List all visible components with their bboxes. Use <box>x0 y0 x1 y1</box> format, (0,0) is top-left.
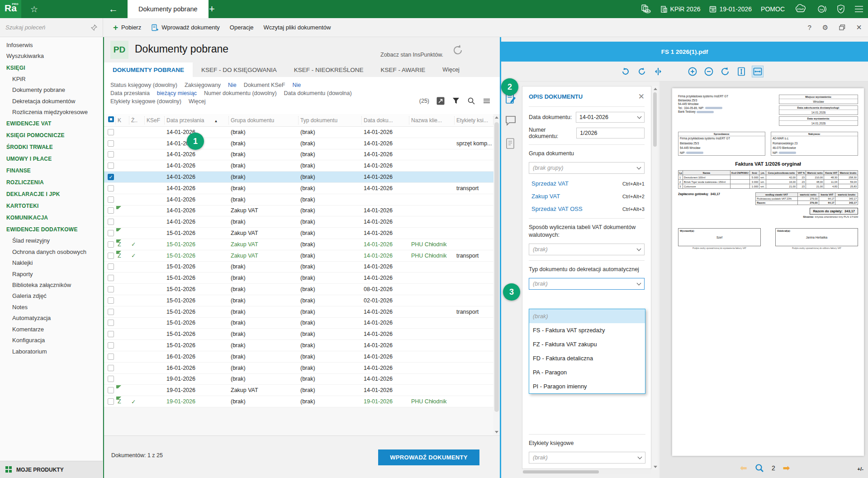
sidebar-item-raporty[interactable]: Raporty <box>0 269 103 280</box>
row-checkbox[interactable] <box>108 286 114 292</box>
row-checkbox[interactable] <box>108 309 114 315</box>
scroll-up-arrow[interactable] <box>495 116 498 119</box>
filter-data-przesłania[interactable]: Data przesłania <box>110 90 150 96</box>
table-row[interactable]: Z✓19-01-2026(brak)(brak)19-01-2026PHU Ch… <box>104 396 493 407</box>
export-icon[interactable] <box>436 97 445 105</box>
new-tab-button[interactable]: + <box>209 3 215 15</box>
filter-dokument-ksef[interactable]: Dokument KSeF <box>244 82 285 88</box>
filter-nie[interactable]: Nie <box>292 82 301 88</box>
column-header-typ-dokumentu[interactable]: Typ dokumentu <box>299 116 362 124</box>
dropdown-option-fz-faktura-vat-zakupu[interactable]: FZ - Faktura VAT zakupu <box>529 337 645 351</box>
column-header-ż-[interactable]: Ż.. <box>129 116 145 124</box>
sidebar-item-dekretacja-dokumentów[interactable]: Dekretacja dokumentów <box>0 96 103 107</box>
row-checkbox[interactable] <box>108 140 114 147</box>
sposob-wyliczenia-select[interactable]: (brak) <box>529 244 645 255</box>
company-context[interactable]: KPiR 2026 <box>660 5 701 13</box>
sidebar-item-biblioteka-załączników[interactable]: Biblioteka załączników <box>0 280 103 291</box>
sidebar-item-rozliczenia-międzyokresowe[interactable]: Rozliczenia międzyokresowe <box>0 107 103 118</box>
sidebar-item-ślad-rewizyjny[interactable]: Ślad rewizyjny <box>0 235 103 246</box>
fit-width-icon[interactable] <box>752 66 764 77</box>
scroll-thumb[interactable] <box>494 122 499 412</box>
tab-dokumenty-pobrane[interactable]: DOKUMENTY POBRANE <box>104 62 193 77</box>
rotate-right-icon[interactable] <box>636 66 648 77</box>
row-checkbox[interactable] <box>108 398 114 405</box>
table-row[interactable]: Z✓15-01-2026Zakup VAT(brak)14-01-2026PHU… <box>104 239 493 250</box>
row-checkbox[interactable] <box>108 241 114 248</box>
row-checkbox[interactable] <box>108 331 114 337</box>
table-row[interactable]: 14-01-2026Zakup VAT(brak)14-01-2026 <box>104 206 493 217</box>
dropdown-option-fs-faktura-vat-sprzedaży[interactable]: FS - Faktura VAT sprzedaży <box>529 323 645 337</box>
previous-page-arrow[interactable]: ⬅ <box>740 463 747 473</box>
sidebar-item-dokumenty-pobrane[interactable]: Dokumenty pobrane <box>0 85 103 96</box>
table-row[interactable]: 14-01-2026(brak)(brak)14-01-2026sprzęt k… <box>104 138 493 149</box>
row-checkbox[interactable] <box>108 196 114 203</box>
zoom-out-icon[interactable] <box>703 66 715 77</box>
sidebar-item-ewidencje-vat[interactable]: EWIDENCJE VAT <box>0 118 103 129</box>
row-checkbox[interactable] <box>108 151 114 158</box>
data-dokumentu-field[interactable]: 14-01-2026 <box>576 112 645 123</box>
pin-icon[interactable] <box>91 24 97 31</box>
ins-account-icon[interactable]: Ins <box>816 4 827 14</box>
tab-ksef-nieokreślone[interactable]: KSEF - NIEOKREŚLONE <box>285 62 372 77</box>
table-row[interactable]: 15-01-2026(brak)(brak)14-01-2026 <box>104 262 493 273</box>
sidebar-item-galeria-zdjęć[interactable]: Galeria zdjęć <box>0 291 103 301</box>
table-row[interactable]: 16-01-2026(brak)(brak)14-01-2026 <box>104 363 493 374</box>
dropdown-option-pa-paragon[interactable]: PA - Paragon <box>529 365 645 379</box>
row-checkbox[interactable] <box>108 230 114 236</box>
row-checkbox[interactable] <box>108 163 114 169</box>
row-checkbox[interactable] <box>108 253 114 259</box>
sidebar-item-komunikacja[interactable]: KOMUNIKACJA <box>0 212 103 224</box>
typ-dekretacji-select[interactable]: (brak) <box>529 278 645 290</box>
ksef-cloud-icon[interactable]: KSeF <box>794 4 807 14</box>
column-header-grupa-dokumentu[interactable]: Grupa dokumentu <box>229 116 299 124</box>
refresh-view-icon[interactable] <box>719 66 731 77</box>
split-view-icon[interactable] <box>652 66 664 77</box>
sidebar-item-ewidencje-dodatkowe[interactable]: EWIDENCJE DODATKOWE <box>0 224 103 235</box>
sidebar-item-księgi-pomocnicze[interactable]: KSIĘGI POMOCNICZE <box>0 129 103 141</box>
close-window-icon[interactable]: × <box>856 22 862 33</box>
row-checkbox[interactable] <box>108 297 114 304</box>
filter-zaksięgowany[interactable]: Zaksięgowany <box>185 82 221 88</box>
filter-funnel-icon[interactable] <box>452 97 460 105</box>
etykiety-ksiegowe-select[interactable]: (brak) <box>529 452 645 464</box>
document-info-tab-icon[interactable] <box>505 138 517 150</box>
filter-data-dokumentu-dowolna-[interactable]: Data dokumentu (dowolna) <box>284 90 352 96</box>
refresh-inspunkty-icon[interactable] <box>451 43 465 57</box>
pobierz-button[interactable]: + Pobierz <box>113 23 141 33</box>
sidebar-item-deklaracje-i-jpk[interactable]: DEKLARACJE I JPK <box>0 188 103 200</box>
table-row[interactable]: 15-01-2026(brak)(brak)14-01-2026 <box>104 318 493 329</box>
moje-produkty-bar[interactable]: MOJE PRODUKTY <box>0 461 103 478</box>
zoom-in-icon[interactable] <box>687 66 698 77</box>
column-header-nazwa-klie-[interactable]: Nazwa klie... <box>409 116 455 124</box>
table-row[interactable]: 14-01-2026(brak)(brak) <box>104 194 493 206</box>
help-menu[interactable]: POMOC <box>761 5 785 13</box>
comments-tab-icon[interactable] <box>505 115 517 128</box>
sidebar-item-kpir[interactable]: KPiR <box>0 74 103 85</box>
filter-więcej[interactable]: Więcej <box>189 98 206 105</box>
table-vertical-scrollbar[interactable] <box>493 114 500 435</box>
table-row[interactable]: ✓14-01-2026(brak)(brak)14-01-2026 <box>104 172 493 183</box>
table-row[interactable]: 14-01-2026(brak)(brak)14-01-2026 <box>104 149 493 161</box>
row-checkbox[interactable] <box>108 263 114 270</box>
row-checkbox[interactable] <box>108 354 114 360</box>
sidebar-item-komentarze[interactable]: Komentarze <box>0 324 103 335</box>
tab-więcej[interactable]: Więcej <box>434 62 468 77</box>
fit-height-icon[interactable] <box>735 66 747 77</box>
row-checkbox[interactable] <box>108 387 114 393</box>
shield-security-icon[interactable] <box>836 4 845 14</box>
search-grid-icon[interactable] <box>467 97 475 105</box>
close-panel-icon[interactable]: ✕ <box>638 92 645 101</box>
row-checkbox[interactable]: ✓ <box>108 174 114 180</box>
next-page-arrow[interactable]: ➡ <box>783 463 790 473</box>
table-row[interactable]: 15-01-2026(brak)(brak)08-01-2026 <box>104 284 493 295</box>
settings-gear-icon[interactable]: ⚙ <box>822 24 828 32</box>
filter-bieżący-miesiąc[interactable]: bieżący miesiąc <box>157 90 197 96</box>
dropdown-option-fd-faktura-detaliczna[interactable]: FD - Faktura detaliczna <box>529 351 645 365</box>
row-checkbox[interactable] <box>108 365 114 371</box>
tab-ksef-awarie[interactable]: KSEF - AWARIE <box>372 62 434 77</box>
table-row[interactable]: 15-01-2026(brak)(brak)14-01-2026 <box>104 329 493 340</box>
row-checkbox[interactable] <box>108 129 114 135</box>
table-row[interactable]: 19-01-2026(brak)(brak)14-01-2026 <box>104 374 493 385</box>
filter-nie[interactable]: Nie <box>228 82 237 88</box>
column-header-data-przesłania[interactable]: Data przesłania▲ <box>165 116 229 124</box>
